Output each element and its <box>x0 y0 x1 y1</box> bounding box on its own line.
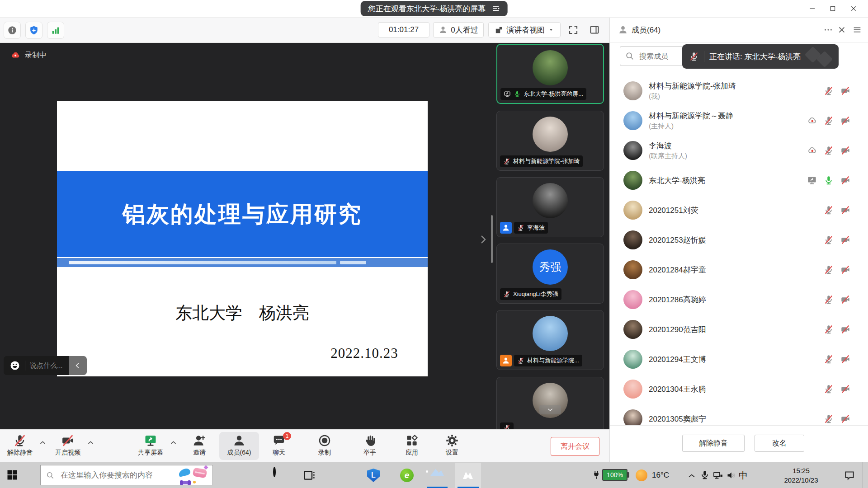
panel-toggle-icon <box>589 24 600 35</box>
tray-speaker-icon[interactable] <box>726 470 737 481</box>
member-list: 材料与新能源学院-张加琦(我)材料与新能源学院～聂静(主持人)李海波(联席主持人… <box>610 76 868 425</box>
mic-muted-icon <box>824 384 834 394</box>
minimize-button[interactable] <box>802 0 822 17</box>
member-row[interactable]: 20201290范吉阳 <box>610 314 868 344</box>
settings-button[interactable]: 设置 <box>432 432 472 460</box>
network-quality-button[interactable] <box>47 22 64 39</box>
banner-menu-icon[interactable] <box>491 4 500 13</box>
avatar <box>623 290 642 309</box>
member-row[interactable]: 20201305窦彪宁 <box>610 404 868 425</box>
action-center-icon[interactable] <box>844 469 855 481</box>
tray-network-icon[interactable] <box>712 470 723 481</box>
member-row[interactable]: 东北大学-杨洪亮 <box>610 165 868 195</box>
unmute-button[interactable]: 解除静音 <box>0 432 40 460</box>
side-panel-toggle-button[interactable] <box>587 23 602 37</box>
member-row[interactable]: 李海波(联席主持人) <box>610 136 868 165</box>
member-row[interactable]: 20201294王文博 <box>610 344 868 374</box>
chat-collapse-button[interactable] <box>69 356 87 375</box>
meeting-app-window: 您正在观看东北大学-杨洪亮的屏幕 01:01:27 0人看过 演讲者视图 成员( <box>0 0 868 488</box>
chevron-up-icon[interactable] <box>39 439 47 446</box>
member-name: 20201305窦彪宁 <box>649 414 706 424</box>
video-thumbnail[interactable]: 材料与新能源学院-张加琦 <box>496 111 604 171</box>
member-row[interactable]: 20201304王永腾 <box>610 374 868 404</box>
close-button[interactable] <box>844 0 863 17</box>
share-screen-button-label: 共享屏幕 <box>138 449 163 457</box>
security-button[interactable] <box>25 22 42 39</box>
video-thumbnail[interactable]: 秀强XiuqiangLi李秀强 <box>496 244 604 304</box>
chevron-up-icon[interactable] <box>87 439 94 446</box>
watching-screen-banner[interactable]: 您正在观看东北大学-杨洪亮的屏幕 <box>361 1 508 16</box>
record-button[interactable]: 录制 <box>305 432 344 460</box>
member-info: 20201253赵忻媛 <box>649 235 706 245</box>
rename-button[interactable]: 改名 <box>755 435 804 452</box>
members-button[interactable]: 成员(64) <box>219 432 259 460</box>
temperature-label[interactable]: 16°C <box>652 471 669 480</box>
cortana-button[interactable] <box>272 468 286 483</box>
show-desktop-button[interactable] <box>863 462 863 488</box>
members-menu-icon[interactable] <box>852 25 862 35</box>
chat-button[interactable]: 聊天1 <box>259 432 299 460</box>
thumbnails-scrollbar[interactable] <box>491 215 493 263</box>
fullscreen-button[interactable] <box>566 23 581 37</box>
view-mode-dropdown[interactable]: 演讲者视图 <box>488 22 561 38</box>
chevron-down-icon <box>548 27 554 33</box>
member-row[interactable]: 20201284郝宇童 <box>610 255 868 285</box>
member-row[interactable]: 20201286高琬婷 <box>610 285 868 314</box>
ime-indicator[interactable]: 中 <box>739 469 748 482</box>
shield-app-icon: L <box>367 469 380 482</box>
member-info: 20201294王文博 <box>649 354 706 365</box>
cloud-record-icon <box>807 116 817 126</box>
emoji-icon[interactable] <box>9 360 20 371</box>
start-button[interactable] <box>6 469 19 481</box>
unmute-button[interactable]: 解除静音 <box>682 435 745 452</box>
share-screen-button[interactable]: 共享屏幕 <box>131 432 170 460</box>
raise-hand-button[interactable]: 举手 <box>350 432 390 460</box>
photos-app-button[interactable] <box>430 468 444 483</box>
meeting-info-button[interactable] <box>4 22 21 39</box>
task-view-button[interactable] <box>302 468 316 483</box>
browser-360-button[interactable]: e <box>400 468 414 483</box>
fullscreen-icon <box>568 24 579 35</box>
tray-chevron-up-icon[interactable] <box>687 471 696 480</box>
member-row[interactable]: 20201253赵忻媛 <box>610 225 868 255</box>
members-footer: 解除静音 改名 <box>610 425 868 462</box>
maximize-button[interactable] <box>823 0 843 17</box>
chevron-up-icon[interactable] <box>170 439 177 446</box>
members-more-icon[interactable] <box>823 25 833 35</box>
mic-muted-icon <box>824 354 834 364</box>
chevron-right-icon <box>477 230 488 249</box>
leave-meeting-button[interactable]: 离开会议 <box>551 437 599 456</box>
member-row[interactable]: 材料与新能源学院-张加琦(我) <box>610 76 868 106</box>
battery-indicator[interactable]: 100% <box>591 469 629 481</box>
tray-microphone-icon[interactable] <box>700 470 710 480</box>
avatar <box>533 183 568 218</box>
weather-sun-icon[interactable] <box>636 469 647 481</box>
viewers-counter[interactable]: 0人看过 <box>433 22 484 38</box>
lenovo-shield-button[interactable]: L <box>366 468 381 483</box>
video-thumbnail[interactable]: 东北大学-杨洪亮的屏... <box>496 44 604 104</box>
video-thumbnail[interactable] <box>496 377 604 429</box>
edge-browser-button[interactable] <box>335 468 349 483</box>
taskbar-search-box[interactable] <box>40 465 213 485</box>
cloud-record-icon <box>807 145 817 155</box>
chat-button-label: 聊天 <box>273 449 285 457</box>
meeting-app-button[interactable] <box>461 468 475 483</box>
member-status-icons <box>824 265 850 275</box>
mic-muted-white-icon <box>503 291 510 298</box>
member-row[interactable]: 材料与新能源学院～聂静(主持人) <box>610 106 868 136</box>
member-name: 材料与新能源学院～聂静 <box>649 111 733 121</box>
invite-button[interactable]: 邀请 <box>179 432 219 460</box>
video-thumbnail[interactable]: 材料与新能源学院... <box>496 310 604 370</box>
quick-chat-input[interactable]: 说点什么... <box>4 356 69 375</box>
members-close-icon[interactable] <box>837 25 847 35</box>
thumbnails-collapse-arrow[interactable] <box>477 230 488 249</box>
video-thumbnail[interactable]: 李海波 <box>496 177 604 237</box>
members-title: 成员(64) <box>632 17 660 42</box>
clock[interactable]: 15:25 2022/10/23 <box>774 466 828 485</box>
apps-button[interactable]: 应用 <box>392 432 432 460</box>
taskbar-search-input[interactable] <box>60 470 174 480</box>
windows-taskbar: L e 100% 16°C 中 15:25 2022/10/23 <box>0 462 868 488</box>
member-row[interactable]: 20201251刘荧 <box>610 195 868 225</box>
start-video-button[interactable]: 开启视频 <box>48 432 88 460</box>
scroll-more-videos-button[interactable] <box>539 405 561 414</box>
